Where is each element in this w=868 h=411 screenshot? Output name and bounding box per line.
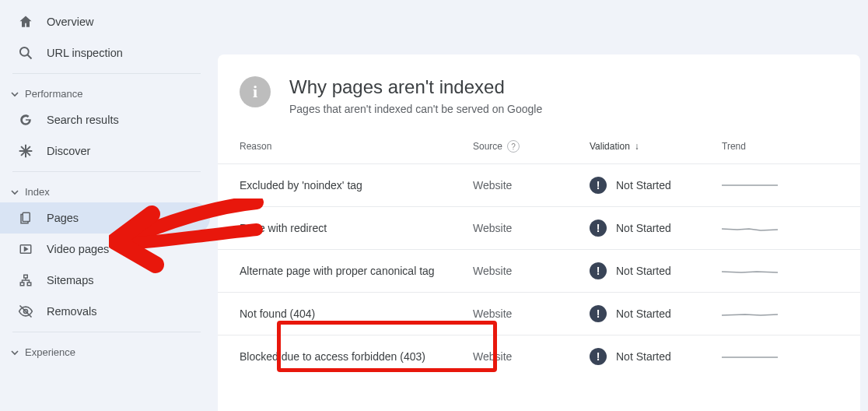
info-icon: i xyxy=(240,76,271,107)
table-header: Reason Source ? Validation ↓ Trend xyxy=(218,134,860,163)
chevron-down-icon xyxy=(11,90,19,98)
issues-table: Reason Source ? Validation ↓ Trend Exclu… xyxy=(218,134,860,378)
search-icon xyxy=(17,44,34,61)
validation-cell: ! Not Started xyxy=(590,305,722,322)
nav-label: Video pages xyxy=(47,243,109,255)
google-g-icon xyxy=(17,111,34,128)
nav-discover[interactable]: Discover xyxy=(0,135,210,167)
col-reason[interactable]: Reason xyxy=(240,141,473,152)
nav-label: Overview xyxy=(47,16,93,28)
exclamation-icon: ! xyxy=(590,220,607,237)
col-validation[interactable]: Validation ↓ xyxy=(590,141,722,152)
table-row[interactable]: Page with redirect Website ! Not Started xyxy=(218,206,860,249)
svg-rect-4 xyxy=(24,275,28,278)
trend-sparkline xyxy=(722,308,784,319)
section-label: Performance xyxy=(25,88,82,100)
pages-icon xyxy=(17,209,34,227)
indexing-panel: i Why pages aren't indexed Pages that ar… xyxy=(218,54,860,411)
video-icon xyxy=(17,241,34,258)
validation-cell: ! Not Started xyxy=(590,262,722,279)
source-cell: Website xyxy=(473,265,590,277)
section-label: Experience xyxy=(25,346,75,358)
nav-search-results[interactable]: Search results xyxy=(0,104,210,135)
panel-title: Why pages aren't indexed xyxy=(289,76,542,98)
sidebar: Overview URL inspection Performance Sear… xyxy=(0,0,210,411)
reason-cell: Blocked due to access forbidden (403) xyxy=(240,350,473,363)
validation-cell: ! Not Started xyxy=(590,177,722,194)
exclamation-icon: ! xyxy=(590,262,607,279)
sitemap-icon xyxy=(17,272,34,289)
nav-label: Sitemaps xyxy=(47,274,93,286)
trend-sparkline xyxy=(722,265,784,276)
section-experience[interactable]: Experience xyxy=(0,335,210,363)
arrow-down-icon: ↓ xyxy=(635,141,639,152)
nav-overview[interactable]: Overview xyxy=(0,6,210,37)
col-trend[interactable]: Trend xyxy=(722,141,784,152)
divider xyxy=(12,171,201,172)
source-cell: Website xyxy=(473,307,590,320)
reason-cell: Alternate page with proper canonical tag xyxy=(240,265,473,277)
divider xyxy=(12,73,201,74)
nav-label: Removals xyxy=(47,305,96,318)
svg-point-0 xyxy=(20,47,29,56)
exclamation-icon: ! xyxy=(590,177,607,194)
reason-cell: Page with redirect xyxy=(240,222,473,234)
exclamation-icon: ! xyxy=(590,305,607,322)
trend-sparkline xyxy=(722,180,784,191)
table-row[interactable]: Alternate page with proper canonical tag… xyxy=(218,249,860,292)
asterisk-icon xyxy=(17,142,34,160)
section-label: Index xyxy=(25,186,50,198)
trend-sparkline xyxy=(722,223,784,234)
exclamation-icon: ! xyxy=(590,348,607,365)
reason-cell: Not found (404) xyxy=(240,307,473,320)
table-row-highlighted[interactable]: Not found (404) Website ! Not Started xyxy=(218,292,860,335)
svg-rect-5 xyxy=(20,283,24,286)
source-cell: Website xyxy=(473,179,590,191)
visibility-off-icon xyxy=(17,303,34,320)
col-source[interactable]: Source ? xyxy=(473,140,590,153)
reason-cell: Excluded by 'noindex' tag xyxy=(240,179,473,191)
divider xyxy=(12,332,201,332)
svg-rect-2 xyxy=(23,213,30,221)
nav-label: Search results xyxy=(47,114,119,126)
validation-cell: ! Not Started xyxy=(590,220,722,237)
chevron-down-icon xyxy=(11,349,19,357)
nav-label: URL inspection xyxy=(47,47,123,59)
nav-url-inspection[interactable]: URL inspection xyxy=(0,37,210,68)
trend-sparkline xyxy=(722,351,784,362)
section-index[interactable]: Index xyxy=(0,175,210,202)
help-icon[interactable]: ? xyxy=(507,140,520,153)
home-icon xyxy=(17,13,34,30)
svg-line-1 xyxy=(28,55,32,59)
source-cell: Website xyxy=(473,350,590,363)
nav-video-pages[interactable]: Video pages xyxy=(0,234,210,265)
source-cell: Website xyxy=(473,222,590,234)
nav-label: Pages xyxy=(47,212,79,224)
nav-removals[interactable]: Removals xyxy=(0,296,210,327)
nav-sitemaps[interactable]: Sitemaps xyxy=(0,265,210,296)
nav-label: Discover xyxy=(47,145,90,157)
section-performance[interactable]: Performance xyxy=(0,77,210,104)
table-row[interactable]: Blocked due to access forbidden (403) We… xyxy=(218,335,860,378)
svg-rect-6 xyxy=(27,283,31,286)
main-content: i Why pages aren't indexed Pages that ar… xyxy=(210,0,868,411)
nav-pages[interactable]: Pages xyxy=(0,202,210,234)
panel-subtitle: Pages that aren't indexed can't be serve… xyxy=(289,103,542,115)
chevron-down-icon xyxy=(11,188,19,196)
table-row[interactable]: Excluded by 'noindex' tag Website ! Not … xyxy=(218,163,860,206)
validation-cell: ! Not Started xyxy=(590,348,722,365)
